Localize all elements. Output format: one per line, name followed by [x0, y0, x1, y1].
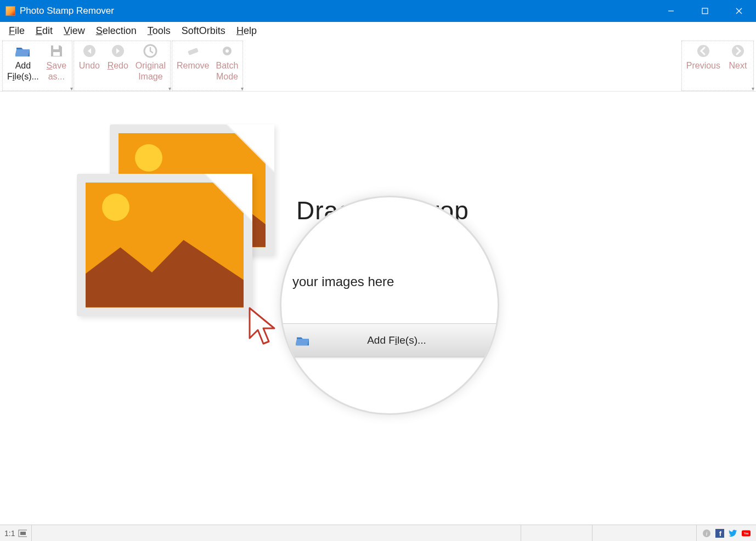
- redo-button[interactable]: Redo: [104, 42, 132, 90]
- redo-icon: [110, 43, 126, 59]
- menu-file-label: ile: [15, 25, 25, 36]
- svg-rect-9: [188, 48, 199, 55]
- fit-screen-icon: [18, 529, 27, 537]
- folder-open-icon: [15, 43, 31, 59]
- app-title: Photo Stamp Remover: [20, 5, 654, 16]
- menu-edit[interactable]: Edit: [30, 23, 58, 39]
- svg-point-11: [225, 49, 229, 53]
- menu-view[interactable]: View: [58, 23, 91, 39]
- menu-help[interactable]: Help: [231, 23, 262, 39]
- previous-button[interactable]: Previous: [683, 42, 724, 90]
- drop-subtitle: your images here: [292, 274, 394, 289]
- svg-point-13: [732, 45, 744, 57]
- toolbar-group-actions: Remove BatchMode: [172, 41, 244, 91]
- toolbar-group-file: AddFile(s)... Saveas...: [2, 41, 72, 91]
- remove-label: Remove: [177, 60, 210, 71]
- menu-softorbits[interactable]: SoftOrbits: [176, 23, 231, 39]
- toolbar: AddFile(s)... Saveas... Undo Redo Origin…: [0, 40, 756, 92]
- undo-label: Undo: [79, 60, 100, 71]
- redo-label: Redo: [108, 60, 128, 71]
- svg-rect-4: [53, 45, 59, 49]
- info-icon[interactable]: i: [702, 529, 711, 538]
- undo-icon: [81, 43, 98, 59]
- svg-rect-5: [53, 52, 60, 56]
- next-button[interactable]: Next: [724, 42, 752, 90]
- status-empty-2: [521, 525, 593, 541]
- gear-icon: [219, 43, 235, 59]
- status-bar: 1:1 i f You: [0, 525, 756, 541]
- facebook-icon[interactable]: f: [715, 529, 724, 538]
- save-as-button[interactable]: Saveas...: [42, 42, 71, 90]
- window-controls: [654, 0, 756, 22]
- workspace[interactable]: Drag and Drop your images here Add File(…: [0, 92, 756, 525]
- add-files-button[interactable]: AddFile(s)...: [4, 42, 42, 90]
- svg-text:i: i: [706, 530, 707, 537]
- zoom-label: 1:1: [4, 529, 15, 538]
- undo-button[interactable]: Undo: [75, 42, 104, 90]
- previous-label: Previous: [686, 60, 720, 71]
- svg-rect-15: [20, 532, 26, 535]
- svg-text:You: You: [744, 532, 749, 535]
- eraser-icon: [185, 43, 201, 59]
- title-bar: Photo Stamp Remover: [0, 0, 756, 22]
- original-image-button[interactable]: OriginalImage: [132, 42, 169, 90]
- status-empty-1: [32, 525, 521, 541]
- menu-selection[interactable]: Selection: [91, 23, 142, 39]
- svg-point-12: [697, 45, 709, 57]
- folder-open-icon: [296, 334, 310, 346]
- menu-file[interactable]: File: [3, 23, 30, 39]
- save-as-label: Saveas...: [47, 60, 66, 82]
- add-files-label: AddFile(s)...: [7, 60, 39, 82]
- drop-zone[interactable]: Drag and Drop your images here Add File(…: [77, 124, 527, 431]
- history-icon: [142, 43, 159, 59]
- magnifier-lens: your images here Add File(s)...: [280, 196, 499, 415]
- remove-button[interactable]: Remove: [173, 42, 213, 90]
- add-files-bar[interactable]: Add File(s)...: [281, 323, 498, 357]
- save-icon: [48, 43, 65, 59]
- batch-mode-button[interactable]: BatchMode: [213, 42, 242, 90]
- chevron-left-icon: [695, 43, 712, 59]
- close-button[interactable]: [722, 0, 756, 22]
- svg-text:f: f: [719, 529, 722, 538]
- svg-rect-1: [702, 8, 708, 14]
- youtube-icon[interactable]: You: [742, 529, 751, 538]
- zoom-indicator[interactable]: 1:1: [0, 525, 32, 541]
- toolbar-group-history: Undo Redo OriginalImage: [74, 41, 171, 91]
- chevron-right-icon: [730, 43, 746, 59]
- maximize-button[interactable]: [688, 0, 722, 22]
- image-illustration-front: [77, 174, 252, 316]
- menu-tools[interactable]: Tools: [142, 23, 176, 39]
- add-files-bar-label: Add File(s)...: [318, 334, 498, 346]
- twitter-icon[interactable]: [729, 529, 737, 538]
- next-label: Next: [729, 60, 747, 71]
- toolbar-group-nav: Previous Next: [681, 41, 754, 91]
- original-image-label: OriginalImage: [136, 60, 166, 82]
- batch-mode-label: BatchMode: [216, 60, 239, 82]
- app-icon: [5, 6, 15, 16]
- status-empty-3: [593, 525, 697, 541]
- menu-bar: File Edit View Selection Tools SoftOrbit…: [0, 22, 756, 40]
- minimize-button[interactable]: [654, 0, 688, 22]
